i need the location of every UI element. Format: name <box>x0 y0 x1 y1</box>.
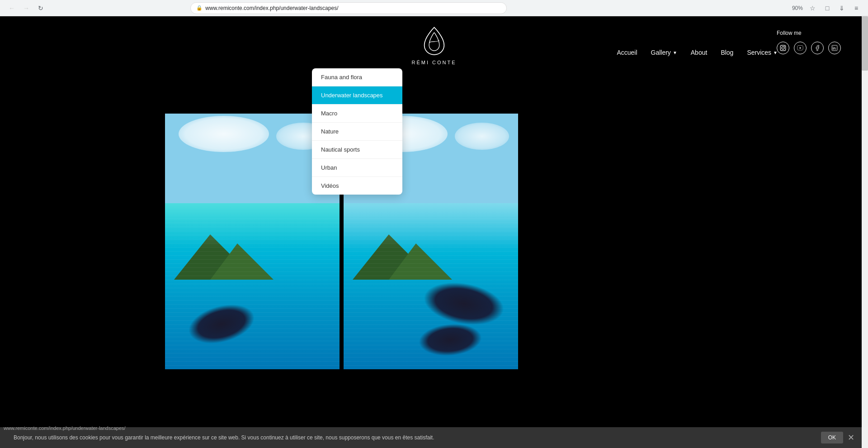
gallery-chevron-icon: ▼ <box>673 50 677 55</box>
reload-button[interactable]: ↻ <box>34 2 47 14</box>
social-icons <box>777 42 841 54</box>
menu-button[interactable]: ≡ <box>850 2 863 14</box>
nav-accueil[interactable]: Accueil <box>617 49 637 56</box>
nav-gallery[interactable]: Gallery ▼ <box>651 49 677 56</box>
site-header: RÉMI CONTE Accueil Gallery ▼ About Blog … <box>0 16 868 89</box>
dropdown-urban[interactable]: Urban <box>312 159 402 177</box>
dropdown-nature[interactable]: Nature <box>312 123 402 141</box>
back-button[interactable]: ← <box>5 2 18 14</box>
extensions-button[interactable]: □ <box>821 2 834 14</box>
website-area: RÉMI CONTE Accueil Gallery ▼ About Blog … <box>0 16 868 448</box>
logo-icon <box>418 25 450 57</box>
status-url: www.remiconte.com/index.php/underwater-l… <box>4 425 126 431</box>
forward-button[interactable]: → <box>20 2 33 14</box>
url-text: www.remiconte.com/index.php/underwater-l… <box>205 5 338 11</box>
zoom-level: 90% <box>790 5 805 11</box>
facebook-icon[interactable] <box>811 42 824 54</box>
svg-marker-3 <box>800 47 802 49</box>
browser-nav-buttons: ← → ↻ <box>5 2 47 14</box>
main-navigation: Accueil Gallery ▼ About Blog Services ▼ <box>617 49 778 56</box>
dropdown-fauna[interactable]: Fauna and flora <box>312 68 402 86</box>
scrollbar[interactable] <box>862 16 868 448</box>
instagram-icon[interactable] <box>777 42 789 54</box>
linkedin-icon[interactable] <box>828 42 841 54</box>
cloud-decoration-4 <box>455 123 509 150</box>
dropdown-macro[interactable]: Macro <box>312 105 402 123</box>
cookie-close-button[interactable]: ✕ <box>848 434 854 442</box>
cookie-ok-button[interactable]: OK <box>821 432 843 443</box>
nav-blog[interactable]: Blog <box>721 49 733 56</box>
svg-point-1 <box>782 47 784 49</box>
cookie-banner: Bonjour, nous utilisons des cookies pour… <box>0 427 868 448</box>
cloud-decoration-1 <box>179 116 269 152</box>
dropdown-videos[interactable]: Vidéos <box>312 177 402 195</box>
dropdown-nautical[interactable]: Nautical sports <box>312 141 402 159</box>
cookie-text: Bonjour, nous utilisons des cookies pour… <box>14 434 812 441</box>
follow-me-label: Follow me <box>777 30 802 36</box>
gallery-dropdown: Fauna and flora Underwater landscapes Ma… <box>312 68 402 195</box>
water-lines-left <box>165 216 340 369</box>
svg-point-2 <box>784 46 785 47</box>
address-bar[interactable]: 🔒 www.remiconte.com/index.php/underwater… <box>190 2 507 14</box>
security-icon: 🔒 <box>196 5 203 11</box>
bookmark-button[interactable]: ☆ <box>807 2 819 14</box>
scrollbar-thumb[interactable] <box>862 16 868 71</box>
youtube-icon[interactable] <box>794 42 807 54</box>
logo-container[interactable]: RÉMI CONTE <box>411 25 456 65</box>
browser-right-buttons: 90% ☆ □ ⇓ ≡ <box>790 2 863 14</box>
dropdown-underwater[interactable]: Underwater landscapes <box>312 86 402 105</box>
status-bar: www.remiconte.com/index.php/underwater-l… <box>0 425 129 431</box>
browser-chrome: ← → ↻ 🔒 www.remiconte.com/index.php/unde… <box>0 0 868 16</box>
svg-rect-0 <box>780 45 786 51</box>
nav-services[interactable]: Services ▼ <box>747 49 778 56</box>
nav-about[interactable]: About <box>691 49 708 56</box>
logo-text: RÉMI CONTE <box>411 60 456 65</box>
download-button[interactable]: ⇓ <box>835 2 848 14</box>
social-container: Follow me <box>777 30 841 54</box>
svg-rect-4 <box>832 45 837 51</box>
